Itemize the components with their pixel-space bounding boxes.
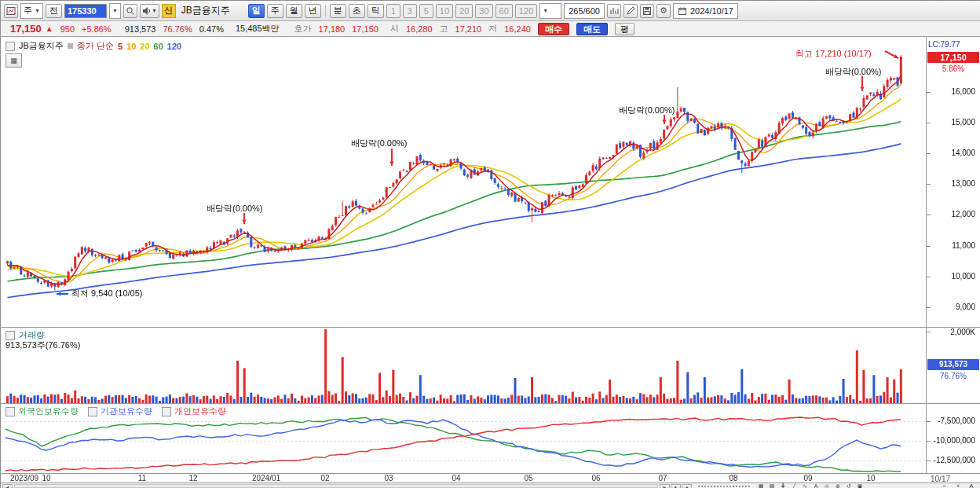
date-picker[interactable]: 2024/10/17 [673, 3, 738, 19]
target-button[interactable]: ◎ [822, 483, 832, 488]
zoom-out-button[interactable]: − [940, 483, 949, 488]
individual-holdings-label: 개인보유수량 [174, 405, 226, 417]
ma10-legend: 10 [126, 42, 136, 51]
price-tick-label: 12,000 [951, 210, 975, 218]
current-price: 17,150 [10, 23, 42, 35]
low-label: 저 [488, 23, 497, 35]
chart-menu-button[interactable] [4, 4, 18, 18]
price-tick-label: 13,000 [951, 179, 975, 188]
scroll-left-button[interactable]: ◀ [2, 484, 13, 488]
chevron-down-icon: ▼ [152, 8, 157, 13]
holdings-tick-label: -7,500,000 [938, 416, 975, 425]
crosshair-button[interactable]: ╋ [778, 483, 788, 488]
interval-30-button[interactable]: 30 [475, 4, 492, 18]
zoom-area-button[interactable]: ⊕ [833, 483, 843, 488]
price-tick-label: 16,000 [951, 87, 975, 96]
trendline-button[interactable]: ╱ [789, 483, 799, 488]
price-tick-label: 11,000 [952, 241, 975, 250]
bar-count[interactable]: 265/600 [564, 3, 605, 19]
high-price: 17,210 [455, 24, 482, 34]
voice-button[interactable]: ▼ [140, 4, 159, 18]
ma120-legend: 120 [167, 42, 181, 51]
interval-dropdown[interactable]: ▼ [539, 3, 561, 19]
open-label: 시 [390, 23, 399, 35]
volume-value: 913,573 [125, 24, 156, 34]
font-size-button[interactable]: A [967, 483, 976, 488]
chevron-down-icon: ▼ [35, 8, 40, 13]
interval-10-button[interactable]: 10 [436, 4, 453, 18]
code-dropdown[interactable]: ▼ [109, 3, 121, 19]
chart-grid-button[interactable]: ▦ [5, 53, 22, 68]
chart-type-button[interactable]: ▦ [756, 483, 766, 488]
buy-button[interactable]: 매수 [538, 23, 569, 35]
period-month-button[interactable]: 월 [286, 4, 302, 18]
volume-axis-tick: 2,000K [950, 328, 975, 336]
interval-1-button[interactable]: 1 [386, 4, 400, 18]
ma60-legend: 60 [154, 42, 163, 51]
ma20-legend: 20 [140, 42, 149, 51]
stop-button[interactable]: ■ [682, 484, 692, 488]
sell-button[interactable]: 매도 [576, 23, 608, 35]
pause-button[interactable]: ▮ [671, 484, 681, 488]
interval-20-button[interactable]: 20 [455, 4, 473, 18]
indicator-button[interactable]: ∿ [800, 483, 810, 488]
legend-icon [162, 407, 171, 416]
zoom-in-button[interactable]: + [953, 483, 963, 488]
price-tick-label: 10,000 [951, 272, 975, 281]
period-tick-button[interactable]: 틱 [368, 4, 384, 18]
interval-60-button[interactable]: 60 [495, 4, 513, 18]
legend-icon [5, 331, 15, 340]
legend-icon [5, 42, 15, 51]
legend-icon [88, 407, 97, 416]
settings-button[interactable]: ⚙ [656, 4, 671, 18]
calendar-icon [678, 6, 687, 16]
ma5-legend: 5 [118, 42, 122, 51]
play-button[interactable]: ▶ [660, 484, 670, 488]
avg-button[interactable]: 평 [615, 23, 634, 35]
stock-chart-window: 주 ▼ 전 ▼ ▼ 신 JB금융지주 일 주 월 년 분 초 틱 1 3 5 1… [0, 0, 980, 488]
volume-detail: 913,573주(76.76%) [5, 339, 80, 351]
current-volume-pct: 76.76% [926, 372, 980, 380]
date-value: 2024/10/17 [690, 6, 733, 16]
market-type-combo[interactable]: 주 ▼ [20, 3, 43, 19]
chevron-down-icon: ▼ [543, 8, 548, 13]
period-day-button[interactable]: 일 [248, 4, 265, 18]
compare-chart-icon [609, 6, 619, 16]
chart-canvas[interactable] [1, 37, 980, 488]
undo-button[interactable]: ↺ [844, 483, 854, 488]
turnover-rate: 0.47% [199, 24, 224, 34]
toolbar-separator [325, 5, 326, 17]
foreign-holdings-legend: 외국인보유수량 [5, 405, 79, 417]
period-week-button[interactable]: 주 [267, 4, 283, 18]
interval-5-button[interactable]: 5 [419, 4, 433, 18]
save-button[interactable] [640, 4, 654, 18]
period-second-button[interactable]: 초 [349, 4, 365, 18]
trade-value: 15,485백만 [236, 23, 280, 35]
layout-button[interactable]: ▤ [767, 483, 777, 488]
compare-chart-button[interactable] [607, 4, 621, 18]
prev-stock-button[interactable]: 전 [46, 4, 62, 18]
search-button[interactable] [123, 4, 137, 18]
price-change: 950 [60, 24, 75, 34]
market-type-value: 주 [24, 5, 32, 17]
holdings-tick-label: -10,000,000 [934, 436, 975, 445]
stock-code-input[interactable] [64, 4, 107, 18]
interval-120-button[interactable]: 120 [515, 4, 537, 18]
period-minute-button[interactable]: 분 [330, 4, 346, 18]
bid-price: 17,150 [352, 24, 378, 34]
chart-title: JB금융지주 [19, 40, 64, 52]
scrollbar-track[interactable] [14, 484, 658, 488]
main-toolbar: 주 ▼ 전 ▼ ▼ 신 JB금융지주 일 주 월 년 분 초 틱 1 3 5 1… [1, 1, 980, 21]
text-tool-button[interactable]: A [811, 483, 821, 488]
low-price: 16,240 [504, 24, 531, 34]
credit-badge: 신 [162, 4, 176, 18]
save-icon [642, 6, 652, 16]
save-image-button[interactable]: ▣ [855, 483, 865, 488]
price-axis[interactable]: LC:79.77 17,150 5.86% 16,00015,00014,000… [926, 37, 980, 482]
interval-3-button[interactable]: 3 [403, 4, 417, 18]
period-year-button[interactable]: 년 [305, 4, 321, 18]
chevron-down-icon: ▼ [112, 8, 118, 13]
legend-icon [5, 407, 15, 416]
current-price-badge: 17,150 [927, 52, 979, 63]
draw-button[interactable] [623, 4, 638, 18]
